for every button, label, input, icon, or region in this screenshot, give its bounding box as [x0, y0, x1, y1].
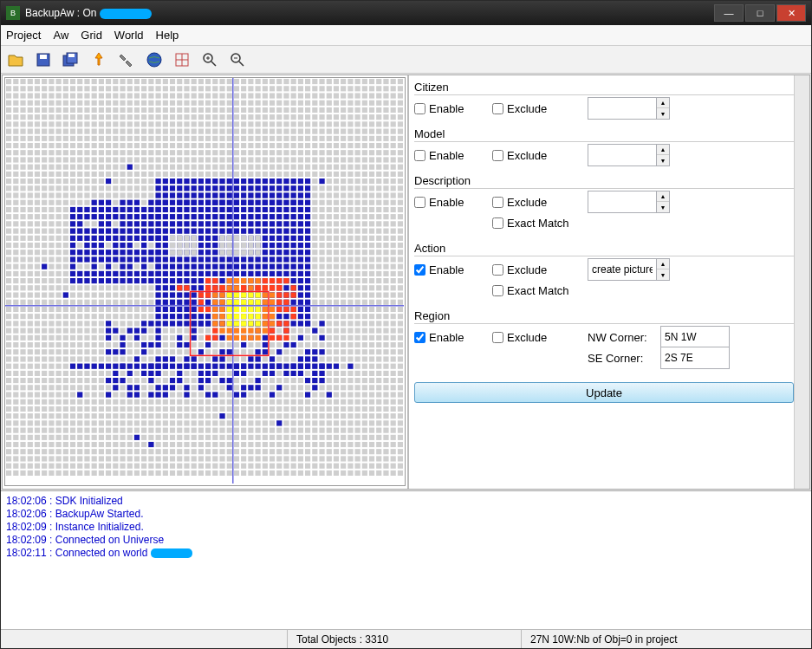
region-enable-checkbox[interactable]: [414, 332, 425, 343]
svg-rect-4: [68, 54, 75, 57]
log-line: 18:02:06 : BackupAw Started.: [6, 508, 806, 521]
svg-rect-1: [40, 55, 47, 59]
maximize-button[interactable]: □: [745, 4, 775, 22]
saveall-icon[interactable]: [60, 49, 82, 71]
tools-icon[interactable]: [115, 49, 138, 71]
action-input[interactable]: [588, 258, 657, 281]
action-exclude-checkbox[interactable]: [492, 264, 503, 276]
menu-help[interactable]: Help: [156, 29, 179, 42]
titlebar[interactable]: B BackupAw : On — □ ✕: [1, 1, 811, 25]
model-group: Model Enable Exclude ▲▼: [414, 127, 794, 165]
action-spinner[interactable]: ▲▼: [657, 258, 670, 281]
description-title: Description: [414, 174, 794, 189]
description-exact-checkbox[interactable]: [492, 217, 503, 229]
citizen-enable-checkbox[interactable]: [414, 103, 425, 114]
zoomout-icon[interactable]: [226, 49, 249, 71]
log-panel[interactable]: 18:02:06 : SDK Initialized18:02:06 : Bac…: [1, 490, 811, 629]
svg-line-10: [211, 62, 216, 66]
action-exclude-label: Exclude: [507, 263, 547, 276]
action-enable-checkbox[interactable]: [414, 264, 425, 276]
menubar: Project Aw Grid World Help: [1, 25, 811, 46]
filter-panel: Citizen Enable Exclude ▲▼ Model Enable E…: [407, 75, 809, 489]
action-exact-label: Exact Match: [507, 284, 569, 297]
se-corner-label: SE Corner:: [588, 352, 657, 365]
statusbar: Total Objects : 3310 27N 10W:Nb of Obj=0…: [1, 629, 811, 648]
region-enable-label: Enable: [429, 331, 464, 344]
minimize-button[interactable]: —: [714, 4, 744, 22]
menu-grid[interactable]: Grid: [81, 29, 102, 42]
svg-line-14: [239, 62, 244, 66]
menu-world[interactable]: World: [114, 29, 144, 42]
svg-point-5: [147, 53, 161, 67]
description-exact-label: Exact Match: [507, 217, 569, 230]
status-coord: 27N 10W:Nb of Obj=0 in project: [521, 630, 686, 648]
nw-corner-label: NW Corner:: [588, 331, 657, 344]
action-title: Action: [414, 242, 794, 256]
close-button[interactable]: ✕: [776, 4, 806, 22]
citizen-exclude-checkbox[interactable]: [492, 103, 503, 114]
description-enable-label: Enable: [429, 196, 464, 209]
action-group: Action Enable Exclude ▲▼ Exact Match: [414, 242, 794, 301]
model-title: Model: [414, 127, 794, 142]
map-icon[interactable]: [171, 49, 193, 71]
log-line: 18:02:09 : Instance Initialized.: [6, 521, 806, 534]
toolbar: [1, 46, 811, 74]
model-enable-checkbox[interactable]: [414, 150, 425, 161]
log-line: 18:02:11 : Connected on world: [6, 547, 806, 560]
action-enable-label: Enable: [429, 263, 464, 276]
se-corner-input[interactable]: [660, 347, 730, 369]
citizen-input[interactable]: [588, 97, 657, 120]
status-empty: [1, 630, 287, 648]
model-spinner[interactable]: ▲▼: [657, 144, 670, 166]
app-icon: B: [6, 6, 20, 20]
model-exclude-checkbox[interactable]: [492, 150, 503, 161]
window-title: BackupAw : On: [25, 7, 714, 19]
open-icon[interactable]: [4, 49, 27, 71]
app-window: B BackupAw : On — □ ✕ Project Aw Grid Wo…: [0, 0, 812, 649]
export-icon[interactable]: [88, 49, 110, 71]
region-title: Region: [414, 309, 794, 324]
status-total: Total Objects : 3310: [287, 630, 521, 648]
nw-corner-input[interactable]: [660, 326, 730, 348]
action-exact-checkbox[interactable]: [492, 285, 503, 296]
citizen-group: Citizen Enable Exclude ▲▼: [414, 81, 794, 119]
model-exclude-label: Exclude: [507, 149, 547, 162]
update-button[interactable]: Update: [414, 382, 794, 403]
content-area: Citizen Enable Exclude ▲▼ Model Enable E…: [2, 75, 810, 490]
save-icon[interactable]: [32, 49, 55, 71]
region-group: Region Enable Exclude NW Corner: SE Corn…: [414, 309, 794, 368]
description-exclude-label: Exclude: [507, 196, 547, 209]
description-group: Description Enable Exclude ▲▼ Exact Matc…: [414, 174, 794, 233]
description-exclude-checkbox[interactable]: [492, 197, 503, 208]
log-line: 18:02:09 : Connected on Universe: [6, 534, 806, 547]
menu-aw[interactable]: Aw: [53, 29, 68, 42]
model-input[interactable]: [588, 144, 657, 166]
log-line: 18:02:06 : SDK Initialized: [6, 495, 806, 508]
region-exclude-checkbox[interactable]: [492, 332, 503, 343]
description-input[interactable]: [588, 191, 657, 213]
region-exclude-label: Exclude: [507, 331, 547, 344]
description-enable-checkbox[interactable]: [414, 197, 425, 208]
citizen-title: Citizen: [414, 81, 794, 95]
grid-view[interactable]: [4, 77, 406, 486]
description-spinner[interactable]: ▲▼: [657, 191, 670, 213]
citizen-spinner[interactable]: ▲▼: [657, 97, 670, 120]
model-enable-label: Enable: [429, 149, 464, 162]
citizen-exclude-label: Exclude: [507, 102, 547, 115]
menu-project[interactable]: Project: [6, 29, 41, 42]
citizen-enable-label: Enable: [429, 102, 464, 115]
zoomin-icon[interactable]: [198, 49, 221, 71]
world-icon[interactable]: [143, 49, 166, 71]
